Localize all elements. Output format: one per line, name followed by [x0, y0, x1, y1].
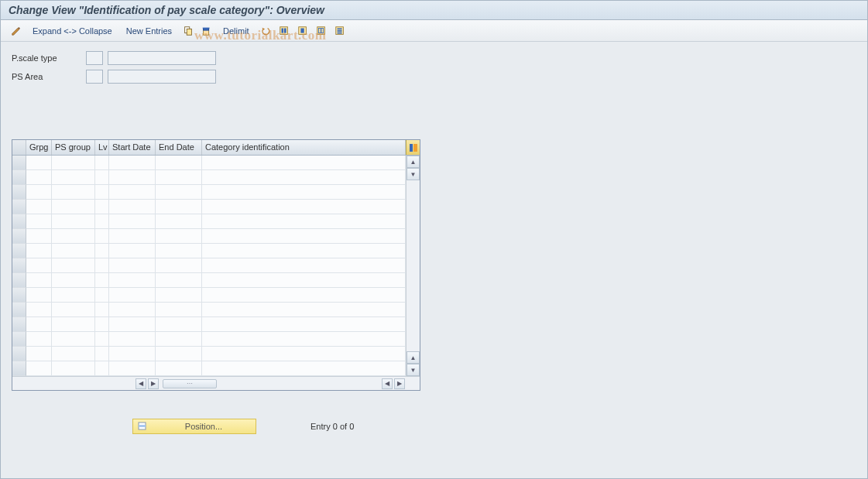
cell-category[interactable] [202, 332, 406, 347]
cell-lv[interactable] [95, 185, 109, 200]
row-selector[interactable] [12, 317, 26, 332]
cell-psgroup[interactable] [52, 317, 95, 332]
cell-lv[interactable] [95, 317, 109, 332]
cell-lv[interactable] [95, 347, 109, 361]
hscroll-right2-button[interactable]: ▶ [394, 378, 405, 389]
cell-grpg[interactable] [26, 317, 52, 332]
table-row[interactable] [12, 156, 406, 170]
expand-collapse-button[interactable]: Expand <-> Collapse [27, 24, 118, 38]
cell-grpg[interactable] [26, 303, 52, 317]
cell-startdate[interactable] [109, 317, 156, 332]
cell-enddate[interactable] [156, 347, 202, 361]
row-selector[interactable] [12, 303, 26, 317]
undo-icon[interactable] [258, 24, 273, 38]
cell-lv[interactable] [95, 288, 109, 303]
row-selector[interactable] [12, 347, 26, 361]
cell-category[interactable] [202, 303, 406, 317]
cell-enddate[interactable] [156, 156, 202, 170]
cell-category[interactable] [202, 317, 406, 332]
cell-category[interactable] [202, 156, 406, 170]
cell-enddate[interactable] [156, 244, 202, 258]
cell-grpg[interactable] [26, 185, 52, 200]
cell-lv[interactable] [95, 156, 109, 170]
cell-lv[interactable] [95, 361, 109, 376]
table-row[interactable] [12, 244, 406, 258]
cell-category[interactable] [202, 170, 406, 185]
new-entries-button[interactable]: New Entries [121, 24, 177, 38]
hscroll-left2-button[interactable]: ◀ [382, 378, 393, 389]
table-row[interactable] [12, 288, 406, 303]
scroll-down-button[interactable]: ▼ [407, 364, 420, 376]
table-row[interactable] [12, 229, 406, 244]
cell-startdate[interactable] [109, 200, 156, 214]
col-header-enddate[interactable]: End Date [156, 140, 202, 155]
cell-category[interactable] [202, 288, 406, 303]
cell-category[interactable] [202, 347, 406, 361]
cell-category[interactable] [202, 361, 406, 376]
hscroll-thumb[interactable]: ⋯ [163, 379, 217, 388]
cell-grpg[interactable] [26, 361, 52, 376]
col-header-psgroup[interactable]: PS group [52, 140, 95, 155]
cell-startdate[interactable] [109, 332, 156, 347]
delete-icon[interactable] [199, 24, 214, 38]
cell-psgroup[interactable] [52, 361, 95, 376]
cell-startdate[interactable] [109, 273, 156, 288]
cell-category[interactable] [202, 273, 406, 288]
cell-category[interactable] [202, 200, 406, 214]
delimit-button[interactable]: Delimit [218, 24, 255, 38]
hscroll-left-button[interactable]: ◀ [136, 378, 146, 389]
cell-grpg[interactable] [26, 288, 52, 303]
copy-icon[interactable] [180, 24, 196, 38]
scroll-down-step-button[interactable]: ▼ [407, 168, 420, 180]
cell-startdate[interactable] [109, 170, 156, 185]
cell-psgroup[interactable] [52, 303, 95, 317]
cell-lv[interactable] [95, 332, 109, 347]
table-row[interactable] [12, 170, 406, 185]
cell-startdate[interactable] [109, 244, 156, 258]
cell-startdate[interactable] [109, 258, 156, 273]
cell-psgroup[interactable] [52, 200, 95, 214]
cell-psgroup[interactable] [52, 229, 95, 244]
row-selector[interactable] [12, 200, 26, 214]
cell-psgroup[interactable] [52, 347, 95, 361]
cell-enddate[interactable] [156, 361, 202, 376]
row-selector[interactable] [12, 288, 26, 303]
cell-category[interactable] [202, 244, 406, 258]
cell-grpg[interactable] [26, 332, 52, 347]
scroll-track[interactable] [407, 180, 420, 351]
cell-grpg[interactable] [26, 347, 52, 361]
table-row[interactable] [12, 347, 406, 361]
cell-grpg[interactable] [26, 273, 52, 288]
position-button[interactable]: Position... [132, 419, 256, 434]
cell-enddate[interactable] [156, 229, 202, 244]
cell-category[interactable] [202, 258, 406, 273]
cell-grpg[interactable] [26, 170, 52, 185]
cell-category[interactable] [202, 185, 406, 200]
cell-lv[interactable] [95, 303, 109, 317]
row-selector[interactable] [12, 170, 26, 185]
cell-psgroup[interactable] [52, 332, 95, 347]
table-row[interactable] [12, 273, 406, 288]
cell-startdate[interactable] [109, 303, 156, 317]
cell-category[interactable] [202, 229, 406, 244]
pscale-type-desc-input[interactable] [108, 51, 216, 65]
select-block-icon[interactable] [295, 24, 310, 38]
scroll-up-button[interactable]: ▲ [407, 156, 420, 168]
cell-lv[interactable] [95, 170, 109, 185]
grid-vertical-scrollbar[interactable]: ▲ ▼ ▲ ▼ [406, 156, 420, 376]
deselect-all-icon[interactable] [314, 24, 329, 38]
cell-psgroup[interactable] [52, 214, 95, 229]
row-selector[interactable] [12, 273, 26, 288]
cell-enddate[interactable] [156, 303, 202, 317]
row-selector[interactable] [12, 332, 26, 347]
table-row[interactable] [12, 200, 406, 214]
cell-enddate[interactable] [156, 317, 202, 332]
row-selector[interactable] [12, 229, 26, 244]
cell-lv[interactable] [95, 244, 109, 258]
cell-enddate[interactable] [156, 288, 202, 303]
cell-psgroup[interactable] [52, 170, 95, 185]
table-row[interactable] [12, 258, 406, 273]
cell-enddate[interactable] [156, 170, 202, 185]
ps-area-code-input[interactable] [86, 70, 103, 84]
cell-psgroup[interactable] [52, 185, 95, 200]
